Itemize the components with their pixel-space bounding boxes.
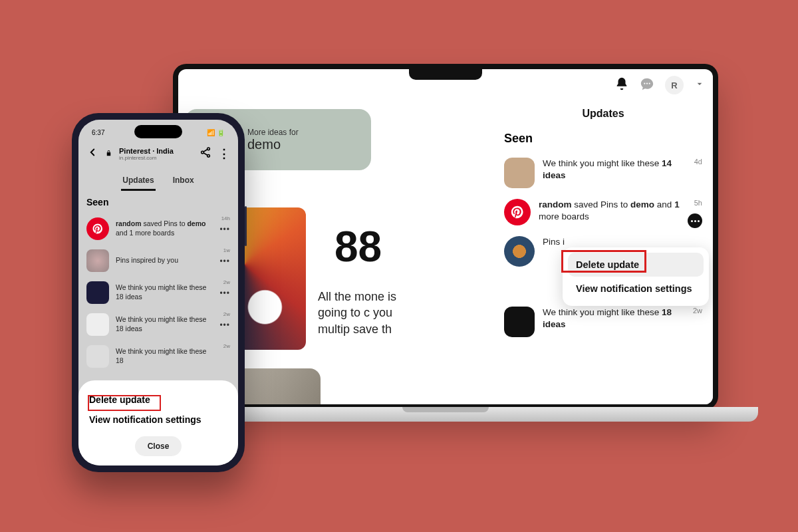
- update-text: Pins inspired by you: [116, 256, 197, 265]
- url-title: Pinterest · India: [119, 147, 193, 155]
- update-time: 2w: [223, 343, 230, 349]
- pinterest-logo-icon: [86, 217, 109, 240]
- ideas-label-big: demo: [247, 137, 299, 152]
- url-sub: in.pinterest.com: [119, 155, 193, 161]
- tab-inbox[interactable]: Inbox: [172, 172, 196, 191]
- phone-side-button: [245, 206, 247, 246]
- update-item[interactable]: We think you might like these 18 ideas 2…: [504, 301, 702, 342]
- phone-notch: [134, 125, 182, 138]
- more-icon[interactable]: •••: [219, 321, 230, 330]
- more-icon[interactable]: •••: [219, 257, 230, 266]
- laptop-notch: [409, 69, 482, 80]
- laptop-topbar: R: [614, 76, 705, 94]
- update-time: 2w: [693, 307, 702, 315]
- signal-icon: 📶: [207, 129, 215, 136]
- lock-icon: [105, 148, 112, 160]
- chat-icon[interactable]: [640, 76, 654, 94]
- more-icon[interactable]: •••: [219, 225, 230, 234]
- update-time: 5h: [694, 199, 702, 207]
- pin-caption: All the mone is going to c you multip sa…: [318, 289, 411, 337]
- update-item[interactable]: We think you might like these 14 ideas 4…: [504, 152, 702, 194]
- update-text: Pins i: [543, 236, 585, 248]
- browser-header: Pinterest · India in.pinterest.com ⋮: [78, 142, 238, 165]
- update-thumb: [86, 345, 109, 368]
- update-item[interactable]: We think you might like these 18 ideas 2…: [86, 309, 230, 340]
- update-text: We think you might like these 18 ideas: [116, 283, 230, 301]
- update-text: We think you might like these 18 ideas: [543, 307, 702, 331]
- bell-icon[interactable]: [614, 76, 629, 94]
- update-text: We think you might like these 18: [116, 347, 230, 365]
- update-thumb: [86, 313, 109, 336]
- update-item[interactable]: random saved Pins to demo and 1 more boa…: [504, 194, 702, 231]
- highlight-box: [561, 250, 646, 273]
- tabs: Updates Inbox: [78, 172, 238, 191]
- battery-icon: 🔋: [217, 129, 225, 136]
- update-time: 4d: [694, 158, 702, 166]
- pinterest-logo-icon: [504, 199, 531, 225]
- avatar[interactable]: R: [665, 76, 684, 94]
- update-time: 1w: [223, 247, 230, 253]
- chevron-down-icon[interactable]: [694, 78, 705, 92]
- url-block[interactable]: Pinterest · India in.pinterest.com: [119, 147, 193, 161]
- notification-settings-button[interactable]: View notification settings: [89, 410, 227, 430]
- big-number: 88: [334, 222, 382, 271]
- status-icons: 📶 🔋: [207, 129, 225, 136]
- seen-label: Seen: [504, 132, 702, 146]
- svg-point-2: [649, 82, 650, 84]
- update-thumb: [504, 307, 535, 337]
- seen-label: Seen: [86, 197, 230, 207]
- laptop-frame: R More ideas for demo 88 All the mone is…: [173, 64, 718, 410]
- back-icon[interactable]: [86, 146, 98, 161]
- laptop-screen: R More ideas for demo 88 All the mone is…: [178, 69, 713, 404]
- phone-screen: 6:37 📶 🔋 Pinterest · India in.pinterest.…: [78, 120, 238, 466]
- update-time: 14h: [221, 215, 230, 221]
- update-item[interactable]: random saved Pins to demo and 1 more boa…: [86, 213, 230, 245]
- tab-updates[interactable]: Updates: [121, 172, 155, 191]
- svg-point-0: [644, 82, 645, 84]
- update-item[interactable]: Pins inspired by you 1w •••: [86, 245, 230, 277]
- svg-point-1: [646, 82, 648, 84]
- status-time: 6:37: [92, 129, 104, 136]
- update-text: random saved Pins to demo and 1 more boa…: [116, 219, 230, 237]
- more-icon[interactable]: •••: [219, 289, 230, 298]
- update-thumb: [504, 158, 535, 188]
- highlight-box: [88, 395, 161, 411]
- ideas-label-small: More ideas for: [247, 128, 299, 137]
- update-text: We think you might like these 14 ideas: [543, 158, 702, 182]
- phone-frame: 6:37 📶 🔋 Pinterest · India in.pinterest.…: [72, 113, 245, 472]
- ideas-text: More ideas for demo: [247, 128, 299, 152]
- bottom-sheet: Delete update View notification settings…: [78, 380, 238, 466]
- more-icon[interactable]: [688, 213, 702, 228]
- update-thumb: [504, 236, 535, 267]
- update-thumb: [86, 249, 109, 272]
- update-text: random saved Pins to demo and 1 more boa…: [539, 199, 702, 223]
- updates-title: Updates: [504, 108, 702, 120]
- notification-settings-button[interactable]: View notification settings: [568, 277, 704, 301]
- update-text: We think you might like these 18 ideas: [116, 315, 230, 333]
- update-time: 2w: [223, 311, 230, 317]
- update-item[interactable]: We think you might like these 18 ideas 2…: [86, 277, 230, 309]
- update-thumb: [86, 281, 109, 304]
- update-item[interactable]: We think you might like these 18 2w: [86, 340, 230, 372]
- update-time: 2w: [223, 279, 230, 285]
- share-icon[interactable]: [200, 146, 211, 161]
- close-button[interactable]: Close: [135, 436, 182, 456]
